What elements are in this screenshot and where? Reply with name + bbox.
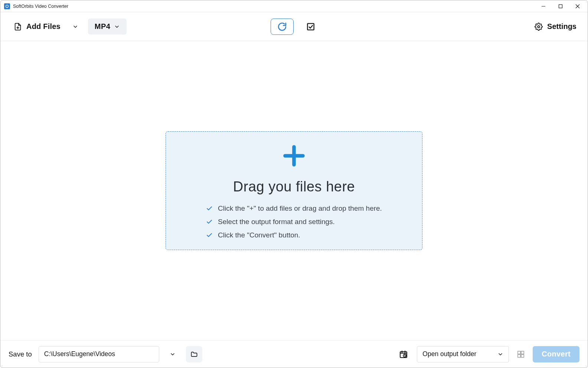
schedule-button[interactable] (395, 346, 412, 362)
step-text: Select the output format and settings. (218, 218, 335, 226)
output-path-input[interactable] (39, 346, 159, 362)
check-icon (206, 232, 213, 239)
app-logo-icon (4, 3, 10, 9)
open-output-label: Open output folder (422, 350, 476, 358)
svg-rect-17 (521, 351, 524, 354)
toolbar-left: Add Files MP4 (12, 19, 127, 34)
rotate-icon (277, 22, 287, 32)
settings-label: Settings (547, 22, 576, 31)
settings-button[interactable]: Settings (535, 22, 576, 31)
saveto-label: Save to (9, 350, 32, 358)
open-output-folder-select[interactable]: Open output folder (417, 346, 509, 362)
merge-icon (517, 350, 525, 358)
svg-rect-18 (518, 354, 520, 357)
chevron-down-icon (170, 351, 176, 357)
toolbar-center (271, 19, 317, 35)
add-files-dropdown[interactable] (69, 22, 81, 32)
main-area: Drag you files here Click the "+" to add… (0, 41, 588, 340)
svg-rect-19 (521, 354, 524, 357)
convert-label: Convert (542, 350, 571, 358)
app-window: SoftOrbits Video Converter Add Files (0, 0, 588, 368)
svg-rect-2 (559, 4, 562, 8)
step-text: Click the "+" to add files or drag and d… (218, 204, 382, 213)
dropzone-heading: Drag you files here (233, 179, 355, 195)
path-history-dropdown[interactable] (164, 346, 181, 362)
add-files-button[interactable]: Add Files (12, 19, 63, 34)
calendar-clock-icon (399, 350, 408, 359)
rotate-button[interactable] (271, 19, 294, 35)
chevron-down-icon (72, 24, 78, 30)
merge-button[interactable] (514, 348, 527, 361)
window-controls (535, 0, 586, 12)
check-icon (206, 218, 213, 225)
svg-point-0 (6, 5, 9, 7)
folder-icon (190, 351, 198, 358)
toolbar: Add Files MP4 Settings (0, 12, 588, 41)
dropzone-step: Click the "Convert" button. (206, 231, 382, 239)
chevron-down-icon (114, 24, 120, 30)
dropzone-steps: Click the "+" to add files or drag and d… (206, 204, 382, 239)
chevron-down-icon (497, 351, 503, 357)
titlebar: SoftOrbits Video Converter (0, 0, 588, 12)
svg-rect-16 (518, 351, 520, 354)
bottombar: Save to Open output folder Convert (0, 340, 588, 368)
close-button[interactable] (569, 0, 586, 12)
dropzone[interactable]: Drag you files here Click the "+" to add… (166, 131, 422, 250)
output-format-select[interactable]: MP4 (88, 19, 127, 34)
maximize-button[interactable] (552, 0, 569, 12)
minimize-button[interactable] (535, 0, 552, 12)
app-title: SoftOrbits Video Converter (13, 4, 68, 9)
gear-icon (535, 23, 543, 31)
add-file-icon (14, 23, 22, 31)
dropzone-step: Click the "+" to add files or drag and d… (206, 204, 382, 213)
crop-check-icon (306, 22, 316, 32)
output-format-label: MP4 (95, 22, 111, 31)
crop-button[interactable] (304, 20, 317, 33)
plus-icon (281, 142, 307, 171)
dropzone-step: Select the output format and settings. (206, 218, 382, 226)
browse-folder-button[interactable] (186, 346, 202, 362)
convert-button[interactable]: Convert (533, 346, 579, 362)
add-files-label: Add Files (26, 22, 61, 31)
svg-point-8 (538, 26, 540, 28)
svg-rect-7 (307, 23, 314, 30)
check-icon (206, 205, 213, 212)
step-text: Click the "Convert" button. (218, 231, 300, 239)
